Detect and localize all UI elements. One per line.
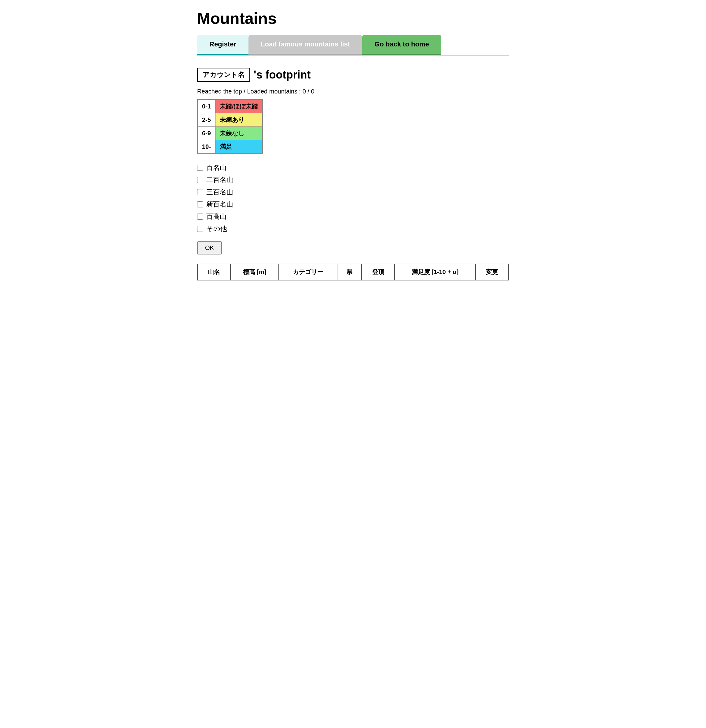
legend-range: 0-1 [197, 100, 215, 113]
table-header: 満足度 [1-10 + α] [395, 264, 476, 280]
legend-label: 未踏/ほぼ未踏 [215, 100, 263, 113]
table-section: 山名標高 [m]カテゴリー県登頂満足度 [1-10 + α]変更 [197, 264, 509, 280]
legend-label: 未練なし [215, 127, 263, 140]
filter-item-hyakkouzan: 百高山 [197, 212, 509, 221]
legend-range: 2-5 [197, 113, 215, 127]
filter-section: 百名山 二百名山 三百名山 新百名山 百高山 その他 OK [197, 163, 509, 254]
checkbox-hyakumeizan[interactable] [197, 165, 203, 171]
ok-button[interactable]: OK [197, 241, 222, 254]
filter-item-shinhyakumeizan: 新百名山 [197, 200, 509, 209]
table-header: 県 [337, 264, 362, 280]
section-title-suffix: 's footprint [254, 68, 311, 81]
data-table: 山名標高 [m]カテゴリー県登頂満足度 [1-10 + α]変更 [197, 264, 509, 280]
legend-row: 0-1 未踏/ほぼ未踏 [197, 100, 263, 113]
page-wrapper: Mountains Register Load famous mountains… [185, 0, 521, 290]
checkbox-shinhyakumeizan[interactable] [197, 201, 203, 207]
filter-label-sonota: その他 [206, 224, 227, 233]
table-header: 変更 [476, 264, 509, 280]
tab-home[interactable]: Go back to home [362, 35, 441, 55]
checkbox-nihyakumeizan[interactable] [197, 177, 203, 183]
page-title: Mountains [197, 9, 509, 27]
filter-label-shinhyakumeizan: 新百名山 [206, 200, 233, 209]
tab-divider [197, 55, 509, 56]
filter-label-hyakumeizan: 百名山 [206, 163, 226, 172]
legend-range: 10- [197, 140, 215, 154]
legend-row: 10- 満足 [197, 140, 263, 154]
tab-bar: Register Load famous mountains list Go b… [197, 35, 509, 55]
table-header: カテゴリー [279, 264, 337, 280]
table-header: 標高 [m] [230, 264, 279, 280]
checkbox-hyakkouzan[interactable] [197, 214, 203, 220]
legend-row: 2-5 未練あり [197, 113, 263, 127]
legend-range: 6-9 [197, 127, 215, 140]
legend-row: 6-9 未練なし [197, 127, 263, 140]
section-heading: アカウント名 's footprint [197, 68, 509, 82]
table-header: 登頂 [362, 264, 395, 280]
checkbox-sanbyakumeizan[interactable] [197, 189, 203, 195]
tab-register[interactable]: Register [197, 35, 249, 55]
filter-label-nihyakumeizan: 二百名山 [206, 175, 233, 185]
table-header: 山名 [197, 264, 230, 280]
legend-table: 0-1 未踏/ほぼ未踏 2-5 未練あり 6-9 未練なし 10- 満足 [197, 99, 263, 154]
tab-load[interactable]: Load famous mountains list [249, 35, 362, 55]
filter-item-sonota: その他 [197, 224, 509, 233]
filter-label-hyakkouzan: 百高山 [206, 212, 226, 221]
filter-item-nihyakumeizan: 二百名山 [197, 175, 509, 185]
filter-label-sanbyakumeizan: 三百名山 [206, 188, 233, 197]
filter-item-sanbyakumeizan: 三百名山 [197, 188, 509, 197]
checkbox-sonota[interactable] [197, 226, 203, 232]
legend-label: 未練あり [215, 113, 263, 127]
legend-label: 満足 [215, 140, 263, 154]
stats-text: Reached the top / Loaded mountains : 0 /… [197, 88, 509, 95]
filter-item-hyakumeizan: 百名山 [197, 163, 509, 172]
account-name-box: アカウント名 [197, 68, 250, 82]
